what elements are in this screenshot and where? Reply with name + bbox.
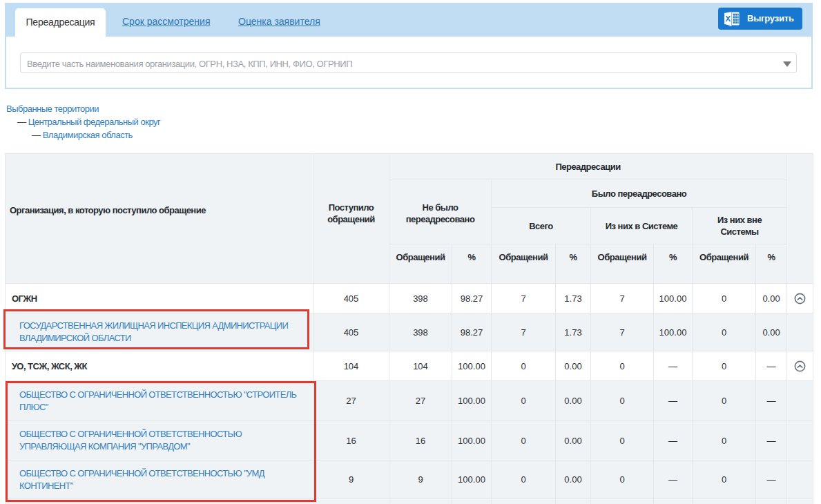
svg-text:X: X	[725, 14, 731, 23]
